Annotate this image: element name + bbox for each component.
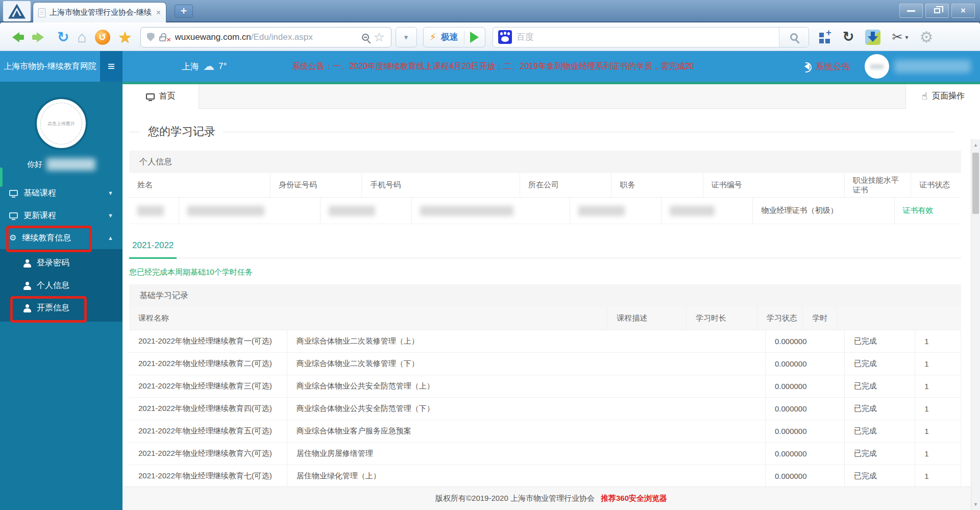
sidebar-item-basic-courses[interactable]: 基础课程 ▼ bbox=[0, 182, 122, 204]
sidebar-item-label: 基础课程 bbox=[23, 188, 56, 199]
cell-hours: 1 bbox=[915, 353, 961, 375]
bookmark-star-icon[interactable]: ☆ bbox=[374, 31, 385, 43]
sidebar-item-invoice-info[interactable]: 开票信息 bbox=[0, 297, 122, 319]
refresh-icon[interactable]: ↻ bbox=[57, 30, 69, 44]
download-icon[interactable] bbox=[865, 30, 880, 45]
person-icon bbox=[23, 259, 31, 267]
cloud-icon: ☁ bbox=[203, 60, 214, 73]
sidebar-item-update-courses[interactable]: 更新课程 ▼ bbox=[0, 204, 122, 227]
user-menu[interactable] bbox=[865, 54, 971, 79]
column-header: 证书状态 bbox=[911, 173, 958, 197]
column-header: 学习时长 bbox=[687, 307, 757, 330]
cert-status-badge: 证书有效 bbox=[895, 198, 961, 224]
screenshot-caret-icon: ▾ bbox=[905, 34, 908, 41]
chevron-down-icon: ▼ bbox=[108, 190, 113, 196]
scrollbar-thumb[interactable] bbox=[972, 153, 979, 214]
cell-status: 已完成 bbox=[845, 443, 916, 465]
close-button[interactable]: × bbox=[951, 4, 975, 18]
url-domain: wuxuewang.com.cn bbox=[175, 32, 251, 42]
tab-home[interactable]: 首页 bbox=[122, 84, 199, 109]
url-text[interactable]: wuxuewang.com.cn/Edu/index.aspx bbox=[175, 32, 357, 42]
cell-duration: 0.000000 bbox=[766, 465, 845, 487]
course-table: 课程名称课程描述学习时长学习状态学时 2021-2022年物业经理继续教育一(可… bbox=[129, 307, 961, 488]
cell-course-desc: 居住物业房屋修缮管理 bbox=[287, 443, 766, 465]
hand-pointer-icon: ☝ bbox=[921, 90, 927, 102]
tab-2021-2022[interactable]: 2021-2022 bbox=[129, 237, 177, 259]
edge-accent bbox=[0, 167, 3, 187]
sidebar-subitem-label: 登录密码 bbox=[37, 258, 69, 269]
browser-recommendation: 推荐360安全浏览器 bbox=[601, 494, 667, 503]
table-row: 2021-2022年物业经理继续教育四(可选) 商业综合体物业公共安全防范管理（… bbox=[129, 398, 961, 420]
table-row: 2021-2022年物业经理继续教育六(可选) 居住物业房屋修缮管理 0.000… bbox=[129, 443, 961, 465]
address-dropdown-button[interactable]: ▾ bbox=[396, 27, 417, 47]
go-play-icon[interactable] bbox=[470, 32, 479, 43]
new-tab-button[interactable]: + bbox=[175, 5, 193, 18]
search-button[interactable] bbox=[779, 28, 808, 47]
person-icon bbox=[23, 282, 31, 289]
minimize-button[interactable] bbox=[899, 4, 923, 18]
sidebar-item-label: 更新课程 bbox=[23, 210, 56, 221]
browser-tab[interactable]: 上海市物业管理行业协会-继续 × bbox=[33, 2, 166, 22]
site-safety-icon[interactable] bbox=[147, 33, 155, 41]
speed-mode-button[interactable]: ⚡ 极速 bbox=[423, 27, 485, 47]
column-header: 学习状态 bbox=[757, 307, 803, 330]
restore-button[interactable] bbox=[925, 4, 949, 18]
settings-gear-icon[interactable]: ⚙ bbox=[919, 30, 933, 45]
scroll-down-arrow[interactable]: ▼ bbox=[971, 500, 980, 509]
address-bar[interactable]: ✕ wuxuewang.com.cn/Edu/index.aspx ☆ bbox=[140, 27, 391, 47]
screenshot-button[interactable]: ✂ ▾ bbox=[892, 31, 908, 43]
cell-course-desc: 居住物业绿化管理（上） bbox=[287, 465, 766, 487]
column-header: 职务 bbox=[611, 173, 703, 197]
completion-message: 您已经完成本周期基础10个学时任务 bbox=[129, 268, 961, 277]
username-redacted bbox=[46, 158, 95, 171]
sidebar-item-login-password[interactable]: 登录密码 bbox=[0, 252, 122, 274]
forward-button[interactable] bbox=[32, 32, 49, 42]
speaker-icon bbox=[801, 63, 810, 70]
system-notice-button[interactable]: 系统公告 bbox=[801, 61, 850, 72]
vertical-scrollbar[interactable]: ▲ ▼ bbox=[971, 139, 980, 510]
cell-course-name: 2021-2022年物业经理继续教育七(可选) bbox=[129, 465, 287, 487]
insecure-lock-icon bbox=[159, 36, 166, 41]
table-row: 2021-2022年物业经理继续教育二(可选) 商业综合体物业二次装修管理（下）… bbox=[129, 353, 961, 375]
browser-logo-icon[interactable] bbox=[3, 1, 31, 21]
profile-avatar-upload[interactable]: 点击上传图片 bbox=[35, 97, 88, 150]
section-personal-info: 个人信息 bbox=[129, 151, 961, 173]
session-restore-icon[interactable]: ↺ bbox=[95, 30, 110, 45]
sidebar-item-personal-info[interactable]: 个人信息 bbox=[0, 274, 122, 297]
cell-phone-redacted bbox=[321, 198, 412, 224]
chevron-down-icon: ▼ bbox=[108, 212, 113, 218]
weather-temp: 7° bbox=[218, 61, 227, 71]
tab-close-icon[interactable]: × bbox=[156, 9, 161, 17]
table-row: 2021-2022年物业经理继续教育五(可选) 商业综合体物业客户服务应急预案 … bbox=[129, 420, 961, 443]
zoom-out-icon[interactable] bbox=[362, 34, 369, 41]
personal-info-header-row: 姓名身份证号码手机号码所在公司职务证书编号职业技能水平证书证书状态 bbox=[129, 173, 961, 198]
greeting-text: 你好 bbox=[27, 160, 42, 169]
person-icon bbox=[23, 304, 31, 312]
page-title: 您的学习记录 bbox=[148, 124, 215, 139]
speed-mode-label: 极速 bbox=[441, 31, 458, 43]
table-row: 2021-2022年物业经理继续教育七(可选) 居住物业绿化管理（上） 0.00… bbox=[129, 465, 961, 488]
avatar-blur bbox=[870, 64, 884, 69]
cell-status: 已完成 bbox=[845, 330, 916, 352]
scroll-up-arrow[interactable]: ▲ bbox=[971, 140, 980, 150]
page-title-row: 您的学习记录 bbox=[129, 124, 954, 139]
page-operations-button[interactable]: ☝ 页面操作 bbox=[905, 84, 980, 109]
greeting-row: 你好 bbox=[0, 158, 122, 171]
sidebar-toggle-button[interactable]: ≡ bbox=[100, 51, 122, 82]
sidebar-subitem-label: 个人信息 bbox=[37, 280, 69, 291]
column-header: 学时 bbox=[803, 307, 837, 330]
cell-title-redacted bbox=[570, 198, 662, 224]
sidebar-item-continuing-education[interactable]: ⚙ 继续教育信息 ▲ bbox=[0, 227, 122, 249]
cell-duration: 0.000000 bbox=[766, 420, 845, 442]
apps-grid-icon[interactable] bbox=[819, 31, 831, 43]
back-button[interactable] bbox=[7, 32, 24, 42]
user-avatar[interactable] bbox=[865, 54, 889, 79]
favorites-star-icon[interactable]: ★ bbox=[118, 30, 132, 45]
baidu-search-box[interactable]: 百度 bbox=[493, 27, 809, 47]
column-header: 姓名 bbox=[129, 173, 271, 197]
cell-course-name: 2021-2022年物业经理继续教育四(可选) bbox=[129, 398, 287, 420]
home-icon[interactable]: ⌂ bbox=[77, 30, 86, 45]
cell-duration: 0.000000 bbox=[766, 443, 845, 465]
sync-icon[interactable]: ↻ bbox=[843, 30, 854, 44]
cell-hours: 1 bbox=[915, 465, 961, 487]
